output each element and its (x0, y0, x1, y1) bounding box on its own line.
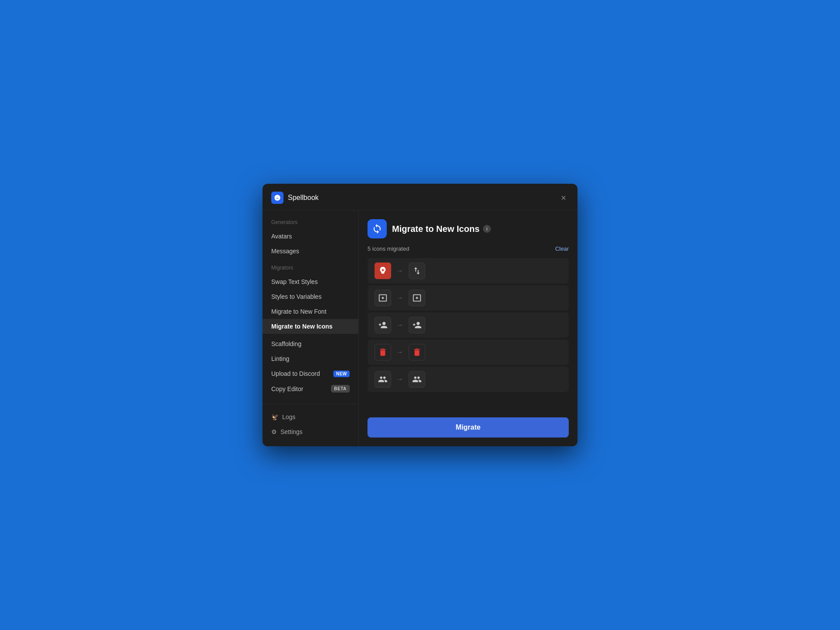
sidebar-item-upload-to-discord[interactable]: Upload to Discord NEW (262, 366, 358, 381)
sidebar-item-swap-text-styles[interactable]: Swap Text Styles (262, 274, 358, 289)
migrators-section-label: Migrators (262, 263, 358, 274)
table-row: → (368, 312, 569, 338)
settings-row: ⚙ Settings (271, 428, 303, 435)
table-row: → (368, 340, 569, 365)
arrow-icon-2: → (396, 294, 403, 302)
sidebar-item-messages[interactable]: Messages (262, 244, 358, 259)
migrate-button[interactable]: Migrate (368, 417, 569, 438)
sidebar-item-migrate-to-new-font[interactable]: Migrate to New Font (262, 304, 358, 319)
dialog-title: Spellbook (288, 194, 318, 202)
close-button[interactable]: × (558, 192, 569, 203)
from-icon-3 (374, 317, 391, 333)
from-icon-1 (374, 262, 391, 279)
copy-editor-label: Copy Editor (271, 385, 303, 392)
sidebar-item-styles-to-variables[interactable]: Styles to Variables (262, 289, 358, 304)
upload-to-discord-label: Upload to Discord (271, 370, 320, 377)
sidebar-item-linting[interactable]: Linting (262, 351, 358, 366)
dialog-header: Spellbook × (262, 184, 578, 210)
table-row: → (368, 258, 569, 284)
to-icon-5 (409, 371, 425, 388)
logs-label: Logs (282, 413, 295, 420)
sidebar-item-migrate-to-new-icons[interactable]: Migrate to New Icons (262, 319, 358, 334)
main-content: Migrate to New Icons i 5 icons migrated … (359, 210, 578, 446)
swap-text-styles-label: Swap Text Styles (271, 278, 318, 285)
from-icon-4 (374, 344, 391, 360)
sidebar: Generators Avatars Messages Migrators Sw… (262, 210, 359, 446)
logs-row: 🦅 Logs (271, 413, 295, 420)
from-icon-2 (374, 290, 391, 306)
linting-label: Linting (271, 355, 289, 362)
sidebar-item-settings[interactable]: ⚙ Settings (262, 424, 358, 439)
sidebar-wrapper: Generators Avatars Messages Migrators Sw… (262, 217, 358, 439)
sidebar-item-avatars[interactable]: Avatars (262, 229, 358, 244)
clear-button[interactable]: Clear (555, 245, 569, 252)
migrate-to-new-icons-label: Migrate to New Icons (271, 323, 332, 330)
content-icon (368, 219, 387, 238)
spellbook-dialog: Spellbook × Generators Avatars Messages … (262, 184, 578, 446)
arrow-icon-1: → (396, 267, 403, 275)
logs-icon: 🦅 (271, 413, 279, 420)
settings-icon: ⚙ (271, 428, 277, 435)
to-icon-2 (409, 290, 425, 306)
sidebar-item-copy-editor[interactable]: Copy Editor BETA (262, 381, 358, 396)
arrow-icon-3: → (396, 321, 403, 329)
sidebar-item-scaffolding[interactable]: Scaffolding (262, 336, 358, 351)
migrate-to-new-font-label: Migrate to New Font (271, 308, 326, 315)
content-title-text: Migrate to New Icons (392, 224, 480, 234)
info-icon[interactable]: i (483, 225, 491, 233)
dialog-body: Generators Avatars Messages Migrators Sw… (262, 210, 578, 446)
stats-text: 5 icons migrated (368, 245, 409, 252)
settings-label: Settings (280, 428, 303, 435)
to-icon-1 (409, 262, 425, 279)
beta-badge: BETA (331, 385, 350, 392)
icon-list: → → (368, 258, 569, 410)
scaffolding-label: Scaffolding (271, 340, 301, 347)
sidebar-nav: Generators Avatars Messages Migrators Sw… (262, 217, 358, 404)
stats-row: 5 icons migrated Clear (368, 245, 569, 252)
arrow-icon-5: → (396, 375, 403, 383)
messages-label: Messages (271, 248, 299, 255)
from-icon-5 (374, 371, 391, 388)
content-header: Migrate to New Icons i (368, 219, 569, 238)
styles-to-variables-label: Styles to Variables (271, 293, 322, 300)
to-icon-4 (409, 344, 425, 360)
table-row: → (368, 367, 569, 392)
avatars-label: Avatars (271, 233, 292, 240)
table-row: → (368, 285, 569, 311)
arrow-icon-4: → (396, 348, 403, 356)
dialog-title-row: Spellbook (271, 192, 318, 204)
content-title-row: Migrate to New Icons i (392, 224, 491, 234)
generators-section-label: Generators (262, 217, 358, 229)
app-icon (271, 192, 284, 204)
sidebar-bottom: 🦅 Logs ⚙ Settings (262, 404, 358, 439)
sidebar-item-logs[interactable]: 🦅 Logs (262, 410, 358, 424)
to-icon-3 (409, 317, 425, 333)
new-badge: NEW (333, 371, 350, 377)
